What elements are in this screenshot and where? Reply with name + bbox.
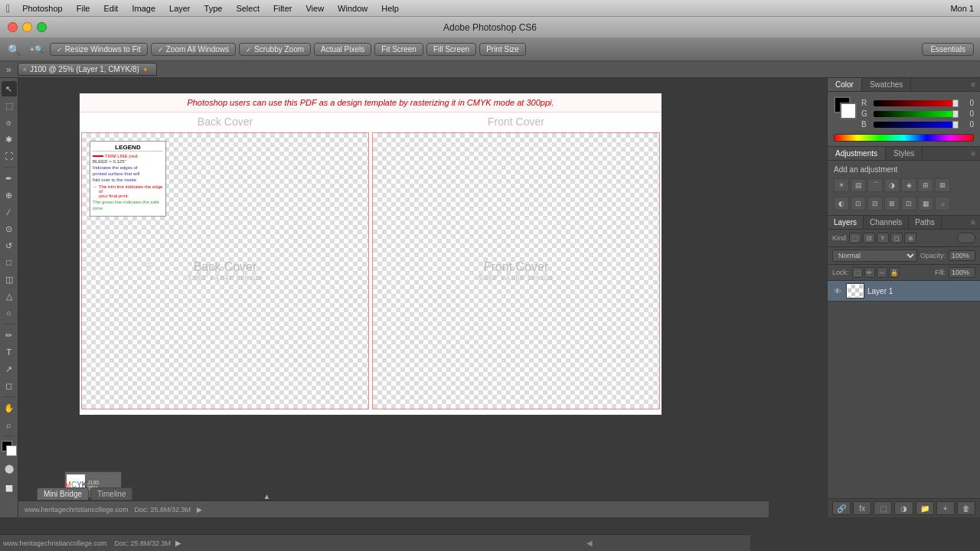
zoom-tool[interactable]: ⌕ (2, 417, 17, 432)
lasso-tool[interactable]: ⌾ (2, 115, 17, 130)
invert-button[interactable]: ⊡ (901, 197, 916, 210)
move-tool[interactable]: ↖ (2, 81, 17, 96)
screen-mode-button[interactable]: ⬜ (2, 481, 17, 496)
eyedropper-tool[interactable]: ✒ (2, 171, 17, 186)
curves-button[interactable]: ⌒ (867, 178, 883, 192)
mini-bridge-tab[interactable]: Mini Bridge (37, 487, 89, 500)
filter-pixel-button[interactable]: ⬚ (849, 233, 861, 243)
tab-close-icon[interactable]: × (23, 66, 27, 73)
filter-smart-button[interactable]: ⊛ (904, 233, 916, 243)
exposure-button[interactable]: ◑ (884, 178, 900, 192)
gradient-tool[interactable]: ◫ (2, 272, 17, 287)
threshold-button[interactable]: ⬦ (935, 197, 950, 210)
minimize-window-button[interactable] (22, 22, 32, 32)
timeline-tab[interactable]: Timeline (90, 487, 132, 500)
layer-1-visibility[interactable]: 👁 (832, 285, 843, 296)
levels-button[interactable]: ▤ (851, 178, 866, 192)
panel-resize-handle[interactable]: ◀ (586, 539, 593, 547)
lock-position-button[interactable]: ↔ (877, 267, 887, 278)
fit-screen-button[interactable]: Fit Screen (374, 43, 423, 56)
color-panel-menu[interactable]: ≡ (966, 78, 980, 91)
layer-1-item[interactable]: 👁 Layer 1 (828, 281, 980, 302)
canvas-area[interactable]: Photoshop users can use this PDF as a de… (18, 78, 827, 517)
blur-tool[interactable]: △ (2, 289, 17, 304)
shape-tool[interactable]: ◻ (2, 378, 17, 393)
hue-sat-button[interactable]: ⊞ (918, 178, 933, 192)
new-group-button[interactable]: 📁 (916, 501, 934, 515)
clone-stamp-tool[interactable]: ⊙ (2, 221, 17, 236)
layers-tab[interactable]: Layers (828, 216, 864, 229)
scrubby-zoom-button[interactable]: Scrubby Zoom (239, 43, 311, 56)
zoom-in-button[interactable]: +🔍 (27, 44, 47, 55)
link-layers-button[interactable]: 🔗 (832, 501, 851, 515)
fill-screen-button[interactable]: Fill Screen (426, 43, 476, 56)
color-spectrum[interactable] (834, 134, 974, 142)
quick-mask-mode[interactable]: ⬤ (2, 461, 17, 476)
tab-collapse-icon[interactable]: » (3, 64, 15, 75)
vibrance-button[interactable]: ◈ (901, 178, 916, 192)
path-selection-tool[interactable]: ↗ (2, 361, 17, 377)
marquee-tool[interactable]: ⬚ (2, 98, 17, 113)
zoom-all-button[interactable]: Zoom All Windows (151, 43, 236, 56)
layer-filter-toggle[interactable] (957, 233, 975, 243)
adjustment-layer-button[interactable]: ◑ (894, 501, 913, 515)
resize-windows-button[interactable]: Resize Windows to Fit (50, 43, 148, 56)
blend-mode-select[interactable]: Normal (832, 249, 917, 262)
menu-help[interactable]: Help (375, 2, 405, 15)
pen-tool[interactable]: ✏ (2, 328, 17, 343)
print-size-button[interactable]: Print Size (479, 43, 526, 56)
color-balance-button[interactable]: ⊠ (935, 178, 950, 192)
brush-tool[interactable]: ∕ (2, 204, 17, 220)
eraser-tool[interactable]: □ (2, 255, 17, 270)
styles-tab[interactable]: Styles (886, 147, 923, 160)
menu-image[interactable]: Image (126, 2, 162, 15)
essentials-button[interactable]: Essentials (922, 43, 974, 56)
doc-size-arrow[interactable]: ▶ (197, 506, 202, 514)
close-window-button[interactable] (8, 22, 18, 32)
blue-slider[interactable] (874, 122, 959, 128)
color-tab[interactable]: Color (828, 78, 862, 91)
doc-size-arrow-bottom[interactable]: ▶ (175, 539, 181, 547)
red-slider[interactable] (874, 100, 959, 106)
foreground-color[interactable] (2, 441, 17, 456)
apple-menu[interactable]:  (6, 2, 10, 15)
document-tab[interactable]: × J100 @ 25% (Layer 1, CMYK/8) ✦ (18, 63, 157, 76)
layers-panel-menu[interactable]: ≡ (966, 216, 980, 229)
menu-file[interactable]: File (70, 2, 96, 15)
menu-layer[interactable]: Layer (163, 2, 197, 15)
channel-mixer-button[interactable]: ⊟ (867, 197, 883, 210)
adjustments-panel-menu[interactable]: ≡ (966, 147, 980, 160)
menu-filter[interactable]: Filter (267, 2, 298, 15)
lock-transparent-button[interactable]: ⬚ (852, 267, 863, 278)
black-white-button[interactable]: ◐ (834, 197, 849, 210)
menu-edit[interactable]: Edit (97, 2, 124, 15)
paths-tab[interactable]: Paths (909, 216, 942, 229)
delete-layer-button[interactable]: 🗑 (957, 501, 975, 515)
layer-mask-button[interactable]: ⬚ (874, 501, 892, 515)
hand-tool[interactable]: ✋ (2, 400, 17, 416)
brightness-contrast-button[interactable]: ☀ (834, 178, 849, 192)
history-brush-tool[interactable]: ↺ (2, 238, 17, 253)
crop-tool[interactable]: ⛶ (2, 148, 17, 164)
menu-select[interactable]: Select (230, 2, 266, 15)
menu-photoshop[interactable]: Photoshop (16, 2, 69, 15)
maximize-window-button[interactable] (37, 22, 47, 32)
color-lookup-button[interactable]: ⊠ (884, 197, 900, 210)
filter-shape-button[interactable]: ◻ (890, 233, 903, 243)
panel-collapse-button[interactable]: ▲ (263, 492, 271, 500)
background-swatch[interactable] (840, 103, 857, 119)
photo-filter-button[interactable]: ⊡ (851, 197, 866, 210)
channels-tab[interactable]: Channels (864, 216, 909, 229)
green-slider[interactable] (874, 111, 959, 117)
lock-image-button[interactable]: ✏ (864, 267, 875, 278)
actual-pixels-button[interactable]: Actual Pixels (314, 43, 371, 56)
posterize-button[interactable]: ▦ (918, 197, 933, 210)
filter-type-button[interactable]: T (877, 233, 889, 243)
healing-brush-tool[interactable]: ⊕ (2, 187, 17, 203)
layer-style-button[interactable]: fx (853, 501, 871, 515)
color-swatch-area[interactable] (834, 96, 857, 119)
swatches-tab[interactable]: Swatches (862, 78, 911, 91)
opacity-input[interactable]: 100% (949, 250, 975, 261)
fill-input[interactable]: 100% (949, 267, 975, 278)
type-tool[interactable]: T (2, 344, 17, 360)
